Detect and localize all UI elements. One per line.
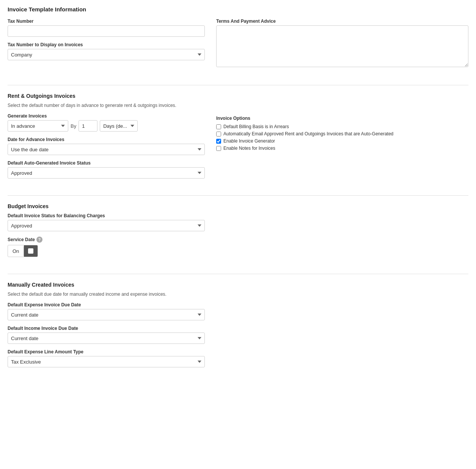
- service-date-help-icon[interactable]: ?: [36, 237, 42, 243]
- toggle-on-label: On: [8, 246, 24, 256]
- invoice-template-section: Invoice Template Information Tax Number …: [8, 6, 468, 81]
- checkbox-notes[interactable]: [216, 146, 221, 151]
- divider-2: [8, 195, 468, 196]
- days-number-input[interactable]: [79, 120, 97, 132]
- budget-status-label: Default Invoice Status for Balancing Cha…: [8, 213, 468, 218]
- tax-number-label: Tax Number: [8, 19, 205, 24]
- terms-label: Terms And Payment Advice: [216, 19, 468, 24]
- generate-invoices-select[interactable]: In advance In arrears: [8, 120, 68, 132]
- tax-number-display-select[interactable]: Company Individual None: [8, 49, 205, 60]
- income-due-date-label: Default Income Invoice Due Date: [8, 326, 468, 331]
- checkbox-billing[interactable]: [216, 124, 221, 129]
- service-date-label: Service Date: [8, 237, 35, 242]
- checkbox-notes-label[interactable]: Enable Notes for Invoices: [223, 146, 275, 151]
- tax-number-field: Tax Number: [8, 19, 205, 37]
- budget-invoices-title: Budget Invoices: [8, 203, 468, 209]
- days-select[interactable]: Days (de... Weeks Months: [100, 120, 138, 132]
- expense-line-amount-field: Default Expense Line Amount Type Tax Exc…: [8, 349, 468, 367]
- service-date-label-row: Service Date ?: [8, 237, 468, 243]
- budget-status-field: Default Invoice Status for Balancing Cha…: [8, 213, 468, 231]
- rent-right-col: Invoice Options Default Billing Basis is…: [216, 113, 468, 184]
- checkbox-billing-label[interactable]: Default Billing Basis is in Arrears: [223, 124, 289, 129]
- checkbox-auto-email-label[interactable]: Automatically Email Approved Rent and Ou…: [223, 131, 393, 136]
- checkbox-auto-email-row: Automatically Email Approved Rent and Ou…: [216, 131, 468, 136]
- checkbox-notes-row: Enable Notes for Invoices: [216, 146, 468, 151]
- checkbox-auto-email[interactable]: [216, 132, 221, 136]
- budget-invoices-section: Budget Invoices Default Invoice Status f…: [8, 203, 468, 270]
- expense-due-date-field: Default Expense Invoice Due Date Current…: [8, 302, 468, 320]
- generate-row: In advance In arrears By Days (de... Wee…: [8, 120, 205, 132]
- budget-status-select[interactable]: Approved Draft Pending: [8, 220, 205, 231]
- toggle-switch[interactable]: [24, 245, 38, 257]
- generate-invoices-label: Generate Invoices: [8, 113, 205, 119]
- invoice-options: Invoice Options Default Billing Basis is…: [216, 116, 468, 151]
- expense-due-date-select[interactable]: Current date Invoice date Custom: [8, 309, 205, 320]
- tax-number-input[interactable]: [8, 25, 205, 37]
- expense-due-date-label: Default Expense Invoice Due Date: [8, 302, 468, 307]
- left-column: Tax Number Tax Number to Display on Invo…: [8, 19, 205, 74]
- tax-number-display-field: Tax Number to Display on Invoices Compan…: [8, 42, 205, 60]
- checkbox-generator-row: Enable Invoice Generator: [216, 138, 468, 144]
- date-advance-select[interactable]: Use the due date Use the start date Use …: [8, 144, 205, 155]
- checkbox-billing-row: Default Billing Basis is in Arrears: [216, 124, 468, 129]
- terms-field: Terms And Payment Advice: [216, 19, 468, 68]
- manually-created-description: Select the default due date for manually…: [8, 292, 468, 297]
- default-status-select[interactable]: Approved Draft Pending: [8, 167, 205, 179]
- checkbox-generator[interactable]: [216, 139, 221, 144]
- income-due-date-select[interactable]: Current date Invoice date Custom: [8, 333, 205, 344]
- date-advance-label: Date for Advance Invoices: [8, 137, 205, 142]
- divider-1: [8, 85, 468, 85]
- service-date-field: Service Date ? On: [8, 237, 468, 257]
- service-date-toggle[interactable]: On: [8, 245, 38, 257]
- checkbox-generator-label[interactable]: Enable Invoice Generator: [223, 138, 275, 144]
- invoice-template-title: Invoice Template Information: [8, 6, 468, 13]
- rent-left-col: Generate Invoices In advance In arrears …: [8, 113, 205, 184]
- invoice-options-title: Invoice Options: [216, 116, 468, 121]
- expense-line-amount-select[interactable]: Tax Exclusive Tax Inclusive No Tax: [8, 356, 205, 367]
- expense-line-amount-label: Default Expense Line Amount Type: [8, 349, 468, 354]
- date-advance-field: Date for Advance Invoices Use the due da…: [8, 137, 205, 155]
- manually-created-title: Manually Created Invoices: [8, 282, 468, 288]
- manually-created-section: Manually Created Invoices Select the def…: [8, 282, 468, 380]
- rent-outgoings-section: Rent & Outgoings Invoices Select the def…: [8, 93, 468, 191]
- income-due-date-field: Default Income Invoice Due Date Current …: [8, 326, 468, 344]
- by-label: By: [71, 123, 76, 129]
- default-status-label: Default Auto-Generated Invoice Status: [8, 160, 205, 166]
- default-status-field: Default Auto-Generated Invoice Status Ap…: [8, 160, 205, 179]
- terms-textarea[interactable]: [216, 25, 468, 67]
- rent-outgoings-title: Rent & Outgoings Invoices: [8, 93, 468, 99]
- divider-3: [8, 274, 468, 274]
- generate-invoices-field: Generate Invoices In advance In arrears …: [8, 113, 205, 132]
- right-column: Terms And Payment Advice: [216, 19, 468, 74]
- rent-outgoings-description: Select the default number of days in adv…: [8, 103, 468, 108]
- tax-number-display-label: Tax Number to Display on Invoices: [8, 42, 205, 47]
